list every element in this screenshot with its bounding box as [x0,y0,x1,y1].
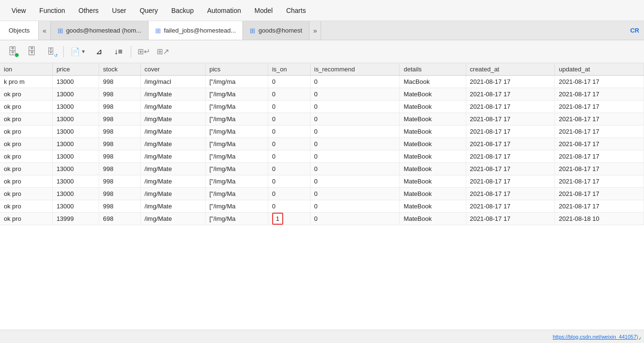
table-row[interactable]: ok pro13000998/img/Mate["/img/Ma00MateBo… [0,113,644,126]
tab-overflow-btn[interactable]: CR [625,21,644,40]
table-cell: ["/img/Ma [206,175,268,188]
tab-objects[interactable]: Objects [0,21,39,40]
table-row[interactable]: ok pro13000998/img/Mate["/img/Ma00MateBo… [0,126,644,138]
table-cell: 0 [268,150,310,163]
table-cell: MateBook [400,101,466,113]
table-cell: 2021-08-17 17 [555,175,644,188]
tab-goods-homestead[interactable]: ⊞ goods@homestead (hom... [51,21,149,40]
table-cell: 13000 [52,138,99,150]
table-cell: ["/img/Ma [206,113,268,126]
table-cell: 0 [310,213,400,225]
menu-query[interactable]: Query [133,4,164,17]
menu-function[interactable]: Function [33,4,72,17]
table-cell: 0 [310,150,400,163]
table-cell: MateBook [400,113,466,126]
table-row[interactable]: ok pro13000998/img/Mate["/img/Ma00MateBo… [0,138,644,150]
table-row[interactable]: ok pro13000998/img/Mate["/img/Ma00MateBo… [0,101,644,113]
table-cell: 998 [99,138,141,150]
table-cell: 0 [310,113,400,126]
table-cell: MateBook [400,138,466,150]
table-cell: 0 [268,88,310,101]
refresh-btn[interactable]: 🗄 ↺ [42,44,59,59]
table-cell: ["/img/ma [206,76,268,88]
status-link[interactable]: https://blog.csdn.net/weixin_441057 [552,334,636,340]
table-cell: 13000 [52,88,99,101]
table-cell: 998 [99,101,141,113]
table-cell: 2021-08-17 17 [555,163,644,175]
table-cell: 13000 [52,101,99,113]
tab-failed-jobs[interactable]: ⊞ failed_jobs@homestead... [149,21,243,40]
table-cell: 13000 [52,163,99,175]
table-icon-3: ⊞ [250,27,255,34]
filter-btn[interactable]: ⊿ [91,44,108,59]
table-cell: MateBook [400,163,466,175]
table-cell: 998 [99,163,141,175]
menu-model[interactable]: Model [248,4,279,17]
tab-prev-btn[interactable]: « [39,21,51,40]
highlighted-cell: 1 [272,213,283,225]
table-cell: MateBook [400,126,466,138]
table-cell: 1 [268,213,310,225]
table-container[interactable]: ion price stock cover pics is_on is_reco… [0,63,644,330]
table-cell: k pro m [0,76,52,88]
table-cell: ["/img/Ma [206,88,268,101]
table-cell: ok pro [0,163,52,175]
menu-view[interactable]: View [5,4,33,17]
table-cell: 0 [310,88,400,101]
export-btn[interactable]: ⊞↗ [154,44,172,59]
table-cell: 13000 [52,150,99,163]
table-cell: 998 [99,150,141,163]
menu-backup[interactable]: Backup [165,4,201,17]
table-row[interactable]: ok pro13000998/img/Mate["/img/Ma00MateBo… [0,188,644,200]
table-cell: 2021-08-17 17 [466,138,555,150]
table-row[interactable]: ok pro13000998/img/Mate["/img/Ma00MateBo… [0,163,644,175]
table-row[interactable]: ok pro13000998/img/Mate["/img/Ma00MateBo… [0,200,644,213]
table-cell: 998 [99,175,141,188]
table-cell: ["/img/Ma [206,150,268,163]
sort-btn[interactable]: ↓≡ [110,44,127,59]
table-cell: 2021-08-17 17 [555,138,644,150]
table-cell: 2021-08-17 17 [466,175,555,188]
menu-charts[interactable]: Charts [279,4,312,17]
run-btn[interactable]: 🗄 [4,44,21,59]
col-stock: stock [99,63,141,76]
table-cell: 2021-08-17 17 [466,213,555,225]
table-cell: ok pro [0,150,52,163]
col-is_on: is_on [268,63,310,76]
col-is_recommend: is_recommend [310,63,400,76]
table-row[interactable]: ok pro13000998/img/Mate["/img/Ma00MateBo… [0,150,644,163]
menu-bar: View Function Others User Query Backup A… [0,0,644,21]
table-cell: /img/Mate [140,88,205,101]
table-cell: 0 [310,163,400,175]
doc-btn[interactable]: 📄 ▼ [68,44,89,59]
table-cell: /img/Mate [140,101,205,113]
table-cell: 0 [268,188,310,200]
menu-automation[interactable]: Automation [200,4,248,17]
table-cell: MacBook [400,76,466,88]
table-cell: MateBook [400,88,466,101]
table-row[interactable]: ok pro13999698/img/Mate["/img/Ma10MateBo… [0,213,644,225]
table-cell: /img/Mate [140,200,205,213]
table-cell: ok pro [0,200,52,213]
table-row[interactable]: k pro m13000998/img/macl["/img/ma00MacBo… [0,76,644,88]
table-row[interactable]: ok pro13000998/img/Mate["/img/Ma00MateBo… [0,88,644,101]
table-cell: 2021-08-17 17 [555,126,644,138]
table-cell: 13000 [52,175,99,188]
check-btn[interactable]: 🗄 ✓ [23,44,40,59]
menu-others[interactable]: Others [72,4,105,17]
table-cell: 2021-08-17 17 [555,76,644,88]
table-cell: 2021-08-17 17 [466,200,555,213]
menu-user[interactable]: User [105,4,133,17]
table-row[interactable]: ok pro13000998/img/Mate["/img/Ma00MateBo… [0,175,644,188]
import-btn[interactable]: ⊞↵ [135,44,152,59]
table-cell: ok pro [0,101,52,113]
tab-next-btn[interactable]: » [310,21,322,40]
tab-goods-homest[interactable]: ⊞ goods@homest [243,21,309,40]
table-cell: ok pro [0,175,52,188]
table-icon-2: ⊞ [155,27,161,34]
table-cell: 0 [268,138,310,150]
table-cell: 13999 [52,213,99,225]
table-cell: 998 [99,76,141,88]
table-cell: 13000 [52,188,99,200]
table-cell: 0 [268,126,310,138]
